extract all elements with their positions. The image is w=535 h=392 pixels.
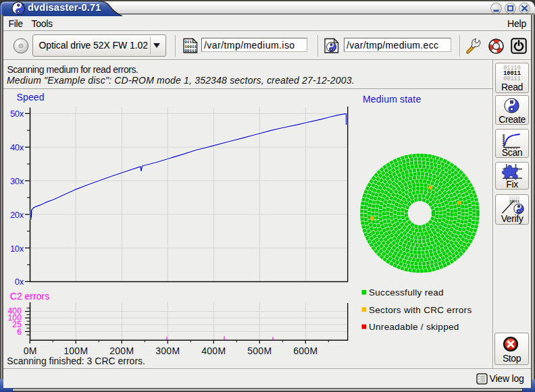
svg-text:200M: 200M bbox=[109, 345, 134, 356]
svg-text:Speed: Speed bbox=[17, 92, 45, 103]
svg-text:30x: 30x bbox=[10, 176, 24, 186]
svg-text:20x: 20x bbox=[10, 210, 24, 220]
svg-text:00111: 00111 bbox=[184, 49, 197, 53]
svg-text:50x: 50x bbox=[10, 109, 24, 119]
svg-text:0x: 0x bbox=[15, 277, 24, 287]
svg-text:Medium state: Medium state bbox=[363, 94, 421, 105]
svg-text:100M: 100M bbox=[63, 345, 88, 356]
svg-text:10x: 10x bbox=[10, 244, 24, 254]
svg-text:6: 6 bbox=[17, 327, 22, 337]
svg-text:400M: 400M bbox=[201, 345, 226, 356]
svg-text:600M: 600M bbox=[293, 345, 317, 356]
svg-text:Unreadable / skipped: Unreadable / skipped bbox=[369, 322, 459, 332]
svg-text:0M: 0M bbox=[24, 345, 37, 356]
svg-text:300M: 300M bbox=[155, 345, 180, 356]
svg-text:500M: 500M bbox=[247, 345, 272, 356]
svg-text:Sectors with CRC errors: Sectors with CRC errors bbox=[369, 305, 472, 315]
svg-text:Successfully read: Successfully read bbox=[369, 287, 444, 298]
svg-text:40x: 40x bbox=[10, 142, 24, 152]
svg-text:C2 errors: C2 errors bbox=[10, 291, 49, 302]
